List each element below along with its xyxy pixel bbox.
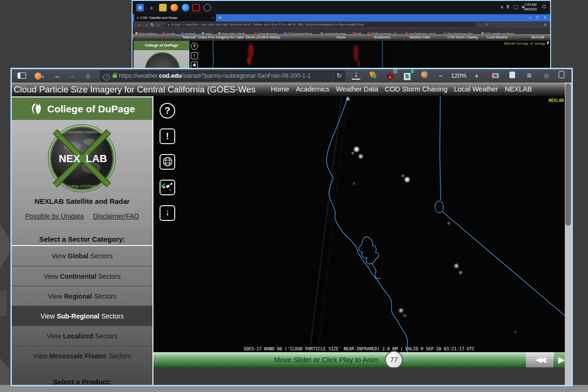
notes-icon[interactable] — [508, 71, 517, 81]
rewind-button[interactable]: ◀◀ — [526, 352, 553, 367]
forward-icon[interactable]: → — [144, 21, 148, 28]
bg-nav-local-weather[interactable]: Local Weather — [487, 34, 508, 41]
nav-cod-storm-chasing[interactable]: COD Storm Chasing — [385, 82, 447, 96]
shield-icon[interactable]: 🛡︎ — [163, 23, 166, 27]
nav-weather-data[interactable]: Weather Data — [336, 82, 378, 96]
menu-icon[interactable]: ≡ — [525, 71, 534, 81]
sector-view-sub-regional[interactable]: ViewSub-RegionalSectors — [12, 306, 152, 326]
clock-app-icon[interactable] — [204, 4, 211, 11]
close-button[interactable]: × — [544, 14, 546, 21]
bookmark-star-icon[interactable]: ☆ — [485, 21, 488, 28]
satellite-map[interactable]: ? ! ✔ ↓ NEXLAB GOES-17 BAND 06 ('CLOUD P… — [153, 96, 565, 352]
help-icon[interactable]: ? — [191, 43, 198, 50]
bookmark-star-icon[interactable]: ☆ — [542, 71, 551, 81]
tab-favicon: ⊕ — [136, 16, 139, 19]
address-bar[interactable]: 🛡︎ 🔒︎ https://weather.cod.edu/satrad/?pa… — [163, 22, 475, 27]
bg-nav-academics[interactable]: Academics — [374, 34, 390, 41]
search-icon[interactable]: ⌕ — [148, 4, 155, 11]
satellite-imagery — [153, 96, 565, 352]
page-scrollbar[interactable] — [565, 82, 571, 385]
bookmark-item[interactable]: Tremor Map | Pacific... — [218, 31, 248, 34]
bg-nav-weather-data[interactable]: Weather Data — [410, 34, 430, 41]
sector-view-regional[interactable]: ViewRegionalSectors — [12, 286, 152, 306]
reload-icon[interactable]: ↻ — [332, 71, 342, 81]
page-actions-icon[interactable]: … — [478, 21, 482, 28]
sector-view-continental[interactable]: ViewContinentalSectors — [12, 266, 152, 286]
help-icon[interactable]: ? — [160, 103, 175, 119]
maximize-button[interactable]: □ — [536, 14, 539, 21]
browser-tab[interactable]: ⊕ COD: Satellite and Radar × — [134, 14, 216, 21]
clipboard-icon[interactable] — [557, 71, 566, 81]
new-tab-button[interactable]: + — [219, 14, 222, 21]
nav-nexlab[interactable]: NEXLAB — [505, 82, 532, 96]
back-icon[interactable]: ← — [53, 71, 62, 81]
microphone-icon[interactable]: 🎙︎ — [506, 4, 510, 9]
sector-view-mesoscale-floater[interactable]: ViewMesoscale FloaterSectors — [12, 346, 152, 365]
edge-icon[interactable] — [182, 4, 189, 11]
link-disclaimer-faq[interactable]: Disclaimer/FAQ — [93, 212, 139, 220]
address-bar[interactable]: ihttps://weather.cod.edu/satrad/?parms=s… — [100, 71, 345, 81]
extension-fox-icon[interactable] — [369, 71, 377, 81]
bg-nav-nexlab[interactable]: NEXLAB — [531, 34, 544, 41]
bookmark-item[interactable]: Latest Earthquakes — [321, 31, 346, 34]
nav-home[interactable]: Home — [271, 82, 289, 96]
nav-academics[interactable]: Academics — [296, 82, 330, 96]
sector-view-global[interactable]: ViewGlobalSectors — [12, 246, 152, 266]
alert-icon[interactable]: ! — [191, 52, 198, 59]
cod-logo-icon — [29, 102, 44, 116]
download-icon[interactable]: ↓ — [160, 205, 175, 221]
foreground-browser-window[interactable]: ▾ ← → ⌂ ihttps://weather.cod.edu/satrad/… — [10, 68, 573, 386]
firefox-taskbar-icon[interactable] — [170, 4, 178, 11]
tray-chevron-icon[interactable]: ∨ — [500, 4, 504, 9]
slider-thumb[interactable]: 77 — [385, 351, 403, 369]
tray-clock[interactable]: 1:00 AM9/8/2020 — [524, 2, 537, 12]
bookmark-item[interactable]: facebook — [181, 31, 195, 34]
menu-icon[interactable]: ≡ — [544, 21, 546, 28]
display-icon[interactable]: 🖵︎ — [513, 4, 518, 10]
back-icon[interactable]: ← — [137, 21, 142, 28]
greasemonkey-icon[interactable] — [420, 71, 428, 81]
zoom-in-icon[interactable]: + — [473, 71, 481, 81]
satellite-toggle-icon[interactable]: ✔ — [160, 180, 175, 195]
start-button-icon[interactable]: ⊞ — [136, 4, 144, 11]
bookmark-item[interactable]: youtube — [162, 31, 175, 34]
recorder-icon[interactable] — [192, 4, 200, 11]
action-center-icon[interactable]: 🗨︎ — [542, 4, 546, 9]
ghostery-icon[interactable]: S1 — [403, 71, 411, 81]
firefox-menu-icon[interactable]: ▾ — [35, 71, 44, 81]
link-possible-by-unidata[interactable]: Possible by Unidata — [25, 212, 84, 220]
bookmark-item[interactable]: COD: Satellite and Radar — [481, 31, 514, 34]
bookmark-item[interactable]: (20+) Dutchsinse | Fac... — [444, 31, 475, 34]
sector-view-localized[interactable]: ViewLocalizedSectors — [12, 326, 152, 346]
scrollbar-thumb[interactable] — [565, 83, 571, 226]
alert-icon[interactable]: ! — [160, 128, 175, 144]
home-icon[interactable]: ⌂ — [84, 71, 92, 81]
bookmark-item[interactable]: Getting Started — [135, 31, 156, 34]
minimize-button[interactable]: − — [529, 14, 531, 21]
tab-close-icon[interactable]: × — [212, 14, 214, 21]
bg-nav-home[interactable]: Home — [337, 34, 346, 41]
zoom-out-icon[interactable]: − — [437, 71, 445, 81]
globe-icon[interactable] — [160, 154, 175, 170]
download-icon[interactable]: ↓ — [352, 71, 360, 80]
home-icon[interactable]: ⌂ — [157, 21, 160, 28]
info-icon[interactable]: i — [103, 74, 110, 81]
desktop-decoration — [0, 290, 7, 316]
sidebar-toggle-icon[interactable] — [18, 73, 26, 79]
bookmark-item[interactable]: twitter — [202, 31, 212, 34]
bookmark-item[interactable]: (3108) dutchsinse - Yo... — [367, 31, 399, 34]
bookmark-item[interactable]: Live Dashboard - YouT... — [405, 31, 437, 34]
bookmark-item[interactable]: volcanodiscovery — [254, 31, 277, 34]
screenshot-icon[interactable] — [491, 71, 499, 81]
file-explorer-icon[interactable] — [159, 4, 167, 11]
bookmark-item[interactable]: (3) DutchsinseOfficial... — [284, 31, 314, 34]
bookmark-item[interactable]: ksdk — [353, 31, 361, 34]
zoom-level[interactable]: 120% — [448, 71, 469, 81]
ublock-icon[interactable]: u1 — [386, 71, 394, 81]
nav-local-weather[interactable]: Local Weather — [454, 82, 498, 96]
animation-slider-bar[interactable]: Move Slider or Click Play to Anim 77 ◀◀ … — [153, 352, 565, 367]
forward-icon[interactable]: → — [67, 71, 76, 81]
windows-taskbar: ⊞ ⌕ ∨ 🎙︎ 🖵︎ 🕪︎ 1:00 AM9/8/2020 🗨︎ — [133, 1, 550, 14]
bg-nav-storm-chasing[interactable]: COD Storm Chasing — [447, 34, 478, 41]
reload-icon[interactable]: ↻ — [151, 21, 154, 28]
